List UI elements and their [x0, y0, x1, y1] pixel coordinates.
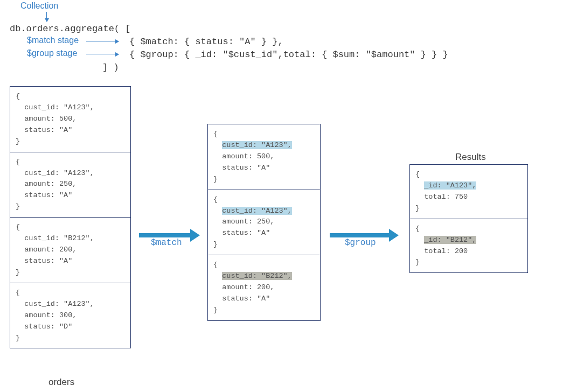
result-doc-2: { _id: "B212", total: 200 }	[410, 219, 527, 273]
code-line-4: ] )	[102, 61, 119, 75]
match-arrow-label: $match	[151, 238, 182, 248]
orders-collection-box: { cust_id: "A123", amount: 500, status: …	[10, 86, 131, 348]
arrow-match-right	[86, 41, 119, 41]
code-line-1: db.orders.aggregate( [	[10, 23, 130, 36]
matched-collection-box: { cust_id: "A123", amount: 500, status: …	[207, 124, 321, 321]
orders-caption: orders	[48, 377, 74, 388]
arrow-collection-down	[46, 12, 47, 22]
order-doc-1: { cust_id: "A123", amount: 500, status: …	[10, 87, 130, 152]
collection-label: Collection	[20, 1, 58, 11]
matched-doc-2: { cust_id: "A123", amount: 250, status: …	[208, 190, 320, 256]
order-doc-2: { cust_id: "A123", amount: 250, status: …	[10, 152, 130, 218]
results-heading: Results	[455, 152, 486, 163]
matched-doc-3: { cust_id: "B212", amount: 200, status: …	[208, 255, 320, 320]
code-line-3: { $group: { _id: "$cust_id",total: { $su…	[129, 48, 448, 62]
order-doc-3: { cust_id: "B212", amount: 200, status: …	[10, 218, 130, 283]
group-arrow-label: $group	[345, 238, 376, 248]
matched-doc-1: { cust_id: "A123", amount: 500, status: …	[208, 124, 320, 190]
arrow-group-right	[86, 54, 119, 54]
code-line-2: { $match: { status: "A" } },	[129, 36, 283, 49]
order-doc-4: { cust_id: "A123", amount: 300, status: …	[10, 283, 130, 348]
group-stage-label: $group stage	[27, 48, 77, 58]
results-collection-box: { _id: "A123", total: 750 } { _id: "B212…	[409, 164, 528, 273]
match-stage-label: $match stage	[27, 36, 79, 45]
result-doc-1: { _id: "A123", total: 750 }	[410, 165, 527, 219]
